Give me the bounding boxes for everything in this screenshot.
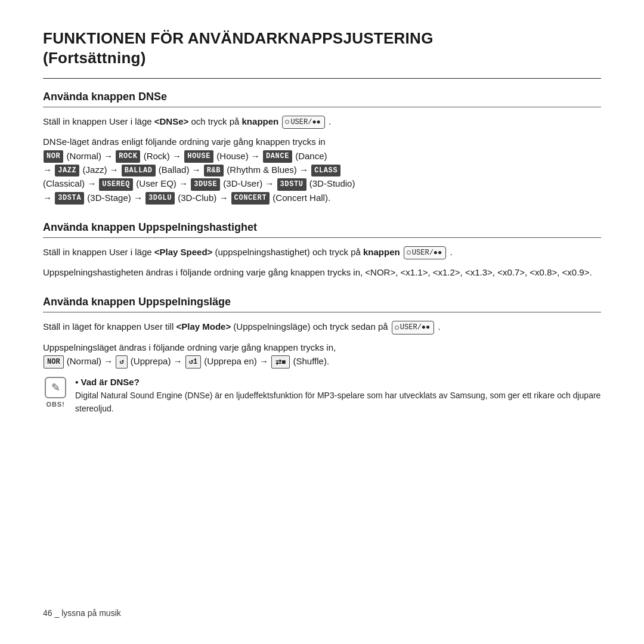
section-dnse-title: Använda knappen DNSe — [43, 91, 601, 103]
note-title: ▪ Vad är DNSe? — [75, 377, 601, 387]
playmode-para1: Ställ in läget för knappen User till <Pl… — [43, 320, 601, 334]
dnse-para2: DNSe-läget ändras enligt följande ordnin… — [43, 135, 601, 205]
page-number: 46 — [43, 608, 52, 618]
section-playmode-title: Använda knappen Uppspelningsläge — [43, 296, 601, 308]
section-playmode-rule — [43, 312, 601, 312]
footer-separator: _ — [54, 608, 61, 618]
speed-para1: Ställ in knappen User i läge <Play Speed… — [43, 245, 601, 259]
page-title: FUNKTIONEN FÖR ANVÄNDARKNAPPSJUSTERING (… — [43, 29, 601, 67]
title-line2: (Fortsättning) — [43, 48, 601, 68]
note-icon: ✎ — [45, 377, 66, 398]
section-speed-rule — [43, 237, 601, 238]
chip-dance: DANCE — [263, 150, 292, 163]
chip-pm-shuffle: ⇄■ — [271, 355, 290, 369]
user-btn-dot-2 — [407, 250, 411, 255]
pencil-icon: ✎ — [51, 381, 60, 394]
section-dnse: Använda knappen DNSe Ställ in knappen Us… — [43, 91, 601, 205]
chip-jazz: JAZZ — [55, 165, 79, 177]
chip-pm-repeat: ↺ — [116, 355, 127, 369]
note-box: ✎ OBS! ▪ Vad är DNSe? Digital Natural So… — [43, 377, 601, 415]
chip-concert: CONCERT — [231, 192, 270, 205]
chip-rb: R&B — [204, 165, 224, 177]
chip-3dstu: 3DSTU — [277, 178, 306, 191]
chip-rock: ROCK — [116, 150, 140, 163]
page-footer: 46 _ lyssna på musik — [43, 608, 121, 618]
user-btn-dot-3 — [395, 326, 399, 330]
chip-house: HOUSE — [184, 150, 213, 163]
dnse-para1: Ställ in knappen User i läge <DNSe> och … — [43, 114, 601, 129]
user-btn-3: USER/●● — [392, 321, 434, 335]
chip-nor: NOR — [44, 150, 63, 163]
title-line1: FUNKTIONEN FÖR ANVÄNDARKNAPPSJUSTERING — [43, 29, 601, 48]
speed-para2: Uppspelningshastigheten ändras i följand… — [43, 265, 601, 279]
chip-pm-repeat1: ↺1 — [185, 355, 201, 369]
chip-ballad: BALLAD — [122, 165, 156, 177]
chip-3dglu: 3DGLU — [145, 192, 175, 205]
note-text: Digital Natural Sound Engine (DNSe) är e… — [75, 389, 601, 415]
section-dnse-rule — [43, 107, 601, 107]
chip-usereq: USEREQ — [99, 178, 133, 191]
note-content: ▪ Vad är DNSe? Digital Natural Sound Eng… — [75, 377, 601, 415]
note-obs-label: OBS! — [46, 401, 64, 408]
section-speed: Använda knappen Uppspelningshastighet St… — [43, 221, 601, 280]
chip-3duse: 3DUSE — [191, 178, 220, 191]
user-btn-dot — [285, 120, 289, 124]
section-playmode: Använda knappen Uppspelningsläge Ställ i… — [43, 296, 601, 415]
title-divider — [43, 78, 601, 79]
chip-class: CLASS — [311, 165, 340, 177]
user-btn-2: USER/●● — [404, 246, 446, 260]
section-speed-title: Använda knappen Uppspelningshastighet — [43, 221, 601, 234]
footer-text: lyssna på musik — [61, 608, 121, 618]
playmode-para2: Uppspelningsläget ändras i följande ordn… — [43, 340, 601, 369]
user-btn-1: USER/●● — [282, 116, 324, 129]
chip-pm-nor: NOR — [44, 355, 64, 369]
note-icon-wrap: ✎ OBS! — [43, 377, 68, 408]
chip-3dsta: 3DSTA — [55, 192, 84, 205]
